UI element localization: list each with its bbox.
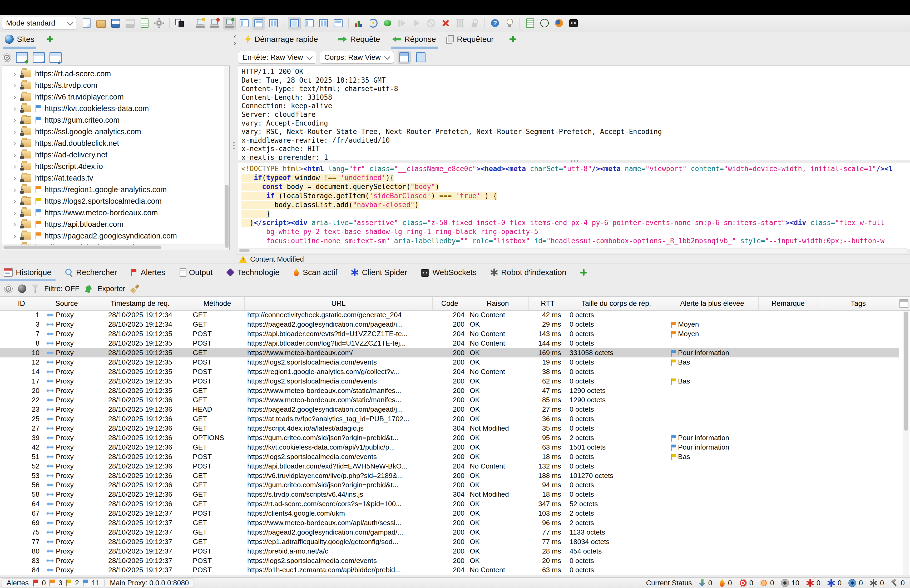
history-row[interactable]: 39Proxy28/10/2025 19:12:36OPTIONShttps:/… — [0, 433, 899, 443]
tab-output[interactable]: Output — [179, 265, 213, 280]
site-tree-item[interactable]: ›https://ad.doubleclick.net — [2, 137, 230, 149]
response-body-pane[interactable]: <!DOCTYPE html><html lang="fr" class="__… — [238, 163, 910, 249]
notes-button[interactable] — [524, 17, 536, 29]
site-tree-item[interactable]: ›https://rt.ad-score.com — [2, 68, 230, 79]
response-body-horizontal-scrollbar[interactable] — [238, 248, 907, 253]
history-row[interactable]: 42Proxy28/10/2025 19:12:36GEThttps://kvt… — [0, 443, 899, 452]
site-tree-item[interactable]: ›https://pagead2.googlesyndication.com — [2, 230, 230, 242]
launch-browser-button[interactable] — [553, 17, 565, 29]
site-tree-item[interactable]: ›https://www.meteo-bordeaux.com — [2, 207, 230, 218]
site-tree-item[interactable]: ›https://kvt.cookieless-data.com — [2, 103, 230, 114]
site-tree-item[interactable]: ›https://at.teads.tv — [2, 172, 230, 184]
history-row[interactable]: 77Proxy28/10/2025 19:12:37GEThttps://ep1… — [0, 537, 899, 546]
tab-historique[interactable]: Historique — [4, 265, 51, 280]
tab-client-spider[interactable]: Client Spider — [351, 265, 407, 280]
export-icon[interactable] — [84, 284, 93, 294]
site-tree-item[interactable]: ›https://region1.google-analytics.com — [2, 184, 230, 195]
body-view-select[interactable]: Corps: Raw View — [320, 51, 394, 64]
dev-console-button[interactable] — [567, 17, 580, 29]
tab-scan-actif[interactable]: Scan actif — [293, 265, 338, 280]
history-row[interactable]: 10Proxy28/10/2025 19:12:35GEThttps://www… — [0, 348, 899, 358]
tips-button[interactable] — [503, 17, 516, 29]
clear-history-icon[interactable] — [131, 285, 139, 293]
history-row[interactable]: 17Proxy28/10/2025 19:12:35POSThttps://lo… — [0, 376, 899, 386]
layout-variant2-button[interactable] — [318, 17, 330, 29]
header-view-select[interactable]: En-tête: Raw View — [238, 51, 316, 64]
save-session-button[interactable] — [110, 17, 122, 29]
column-header-timestamp-de-req-[interactable]: Timestamp de req. — [91, 297, 190, 310]
sites-tree-horizontal-scrollbar[interactable] — [2, 244, 224, 250]
target-scope-icon[interactable] — [3, 53, 11, 62]
tab-robot-d-indexation[interactable]: Robot d'indexation — [490, 265, 566, 280]
site-tree-item[interactable]: ›https://gum.criteo.com — [2, 114, 230, 126]
column-header-code[interactable]: Code — [433, 297, 467, 310]
scope-filter-icon[interactable] — [4, 284, 13, 293]
column-header-id[interactable]: ID — [0, 297, 43, 310]
history-row[interactable]: 1Proxy28/10/2025 19:12:34GEThttp://conne… — [0, 310, 899, 320]
history-row[interactable]: 27Proxy28/10/2025 19:12:36GEThttps://scr… — [0, 424, 899, 433]
history-row[interactable]: 69Proxy28/10/2025 19:12:37GEThttps://www… — [0, 518, 899, 528]
layout-variant1-button[interactable] — [303, 17, 315, 29]
mode-select[interactable]: Mode standard — [2, 17, 76, 29]
export-label[interactable]: Exporter — [97, 284, 125, 293]
layout-columns-button[interactable] — [268, 17, 280, 29]
tab-technologie[interactable]: Technologie — [226, 265, 280, 280]
history-row[interactable]: 22Proxy28/10/2025 19:12:36GEThttps://www… — [0, 395, 899, 405]
column-header-remarque[interactable]: Remarque — [759, 297, 818, 310]
panel-splitter[interactable] — [232, 49, 236, 263]
site-tree-item[interactable]: ›https://s.trvdp.com — [2, 79, 230, 91]
add-sites-tab-button[interactable] — [46, 32, 53, 47]
history-row[interactable]: 80Proxy28/10/2025 19:12:37POSThttps://pr… — [0, 546, 899, 556]
tab-r-ponse[interactable]: Réponse — [392, 32, 436, 47]
column-header-rtt[interactable]: RTT — [529, 297, 567, 310]
combined-view-button[interactable] — [414, 51, 427, 63]
column-header-source[interactable]: Source — [43, 297, 91, 310]
site-tree-item[interactable]: ›https://logs2.sportslocalmedia.com — [2, 195, 230, 207]
response-pane-splitter[interactable] — [238, 160, 907, 162]
layout-top-tabs-button[interactable] — [252, 17, 265, 29]
history-table-vertical-scrollbar[interactable] — [903, 310, 909, 575]
history-row[interactable]: 84Proxy28/10/2025 19:12:37POSThttps://b1… — [0, 565, 899, 575]
column-header-tags[interactable]: Tags — [818, 297, 899, 310]
response-headers-pane[interactable]: HTTP/1.1 200 OKDate: Tue, 28 Oct 2025 18… — [238, 66, 910, 160]
tab-websockets[interactable]: WebSockets — [421, 265, 477, 280]
history-row[interactable]: 12Proxy28/10/2025 19:12:35POSThttps://lo… — [0, 357, 899, 367]
filter-funnel-icon[interactable] — [32, 284, 39, 293]
rotate-panes-button[interactable] — [173, 17, 186, 29]
history-row[interactable]: 58Proxy28/10/2025 19:12:36GEThttps://s.t… — [0, 490, 899, 499]
tab-requ-teur[interactable]: Requêteur — [446, 32, 494, 47]
history-row[interactable]: 3Proxy28/10/2025 19:12:34GEThttps://page… — [0, 320, 899, 329]
layout-left-tabs-button[interactable] — [238, 17, 250, 29]
site-tree-item[interactable]: ›https://ad-delivery.net — [2, 149, 230, 161]
record-button[interactable] — [381, 17, 394, 29]
export-context-button[interactable]: ⤓ — [50, 52, 61, 63]
new-context-button[interactable]: ✚ — [16, 52, 28, 63]
column-header-taille-du-corps-de-r-p-[interactable]: Taille du corps de rép. — [567, 297, 666, 310]
sites-tree-vertical-scrollbar[interactable] — [224, 66, 230, 250]
options-button[interactable] — [153, 17, 165, 29]
history-row[interactable]: 14Proxy28/10/2025 19:12:35POSThttps://re… — [0, 367, 899, 376]
session-properties-button[interactable] — [139, 17, 150, 29]
tab-alertes[interactable]: Alertes — [131, 265, 165, 280]
manual-explore-button[interactable] — [194, 17, 206, 29]
add-workspace-tab-button[interactable] — [509, 32, 516, 47]
tab-scroll-chevrons[interactable]: ‹› — [231, 32, 239, 48]
split-view-button[interactable] — [398, 51, 411, 64]
history-row[interactable]: 53Proxy28/10/2025 19:12:36GEThttps://v6.… — [0, 471, 899, 480]
layout-variant3-button[interactable] — [332, 17, 344, 29]
history-row[interactable]: 83Proxy28/10/2025 19:12:37POSThttps://lo… — [0, 556, 899, 565]
layout-maximize-button[interactable] — [288, 17, 301, 29]
history-row[interactable]: 8Proxy28/10/2025 19:12:35POSThttps://api… — [0, 339, 899, 348]
tab-d-marrage-rapide[interactable]: Démarrage rapide — [245, 32, 318, 47]
site-tree-item[interactable]: ›https://ssl.google-analytics.com — [2, 126, 230, 137]
import-context-button[interactable]: ⇥ — [33, 52, 45, 63]
history-row[interactable]: 67Proxy28/10/2025 19:12:37POSThttps://cl… — [0, 509, 899, 518]
site-tree-item[interactable]: ›https://api.btloader.com — [2, 218, 230, 230]
history-row[interactable]: 51Proxy28/10/2025 19:12:36POSThttps://lo… — [0, 452, 899, 461]
history-row[interactable]: 75Proxy28/10/2025 19:12:37GEThttps://pag… — [0, 527, 899, 537]
history-row[interactable]: 64Proxy28/10/2025 19:12:36GEThttps://rt.… — [0, 499, 899, 509]
history-row[interactable]: 20Proxy28/10/2025 19:12:35GEThttps://www… — [0, 386, 899, 395]
history-row[interactable]: 52Proxy28/10/2025 19:12:36POSThttps://ap… — [0, 461, 899, 471]
column-header-m-thode[interactable]: Méthode — [190, 297, 245, 310]
history-row[interactable]: 25Proxy28/10/2025 19:12:36GEThttps://at.… — [0, 414, 899, 424]
